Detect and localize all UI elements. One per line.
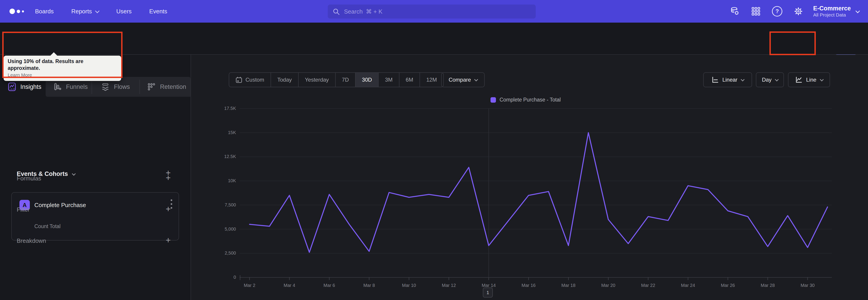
x-tick-label: Mar 12: [433, 283, 465, 288]
settings-gear-icon[interactable]: [788, 0, 809, 23]
chevron-down-icon: [474, 78, 478, 81]
mixpanel-logo-icon[interactable]: [9, 0, 24, 23]
chevron-down-icon: [820, 78, 824, 81]
date-range-control: CustomTodayYesterday7D30D3M6M12M: [229, 72, 444, 87]
x-tick-label: Mar 30: [792, 283, 824, 288]
tab-label: Retention: [160, 83, 186, 90]
range-6m[interactable]: 6M: [399, 73, 420, 87]
add-filter-button[interactable]: +: [163, 204, 173, 214]
retention-icon: [147, 83, 156, 91]
query-sidebar: Insights Funnels Flows Retention Events …: [0, 55, 191, 300]
range-label: Custom: [246, 77, 264, 83]
nav-item-label: Boards: [35, 8, 54, 15]
range-label: 6M: [406, 77, 413, 83]
range-label: 30D: [362, 77, 372, 83]
insights-icon: [8, 83, 16, 91]
tab-label: Insights: [20, 83, 41, 90]
compare-button[interactable]: Compare: [441, 72, 485, 87]
chevron-down-icon: [856, 9, 860, 13]
x-tick-label: Mar 20: [592, 283, 624, 288]
tab-label: Funnels: [66, 83, 88, 90]
range-12m[interactable]: 12M: [420, 73, 443, 87]
y-tick-label: 10K: [199, 178, 236, 183]
x-tick-label: Mar 6: [313, 283, 345, 288]
y-tick-label: 7,500: [199, 202, 236, 208]
search-box: [328, 4, 536, 19]
section-filter: Filter +: [0, 203, 191, 217]
tab-label: Flows: [114, 83, 130, 90]
scale-selector[interactable]: Linear: [703, 72, 752, 87]
granularity-selector[interactable]: Day: [756, 72, 784, 87]
event-metric[interactable]: Count Total: [34, 223, 61, 230]
flows-icon: [101, 83, 110, 91]
tooltip-learn-more-link[interactable]: Learn More: [8, 72, 32, 78]
x-tick-label: Mar 2: [234, 283, 266, 288]
linear-axis-icon: [712, 76, 719, 83]
data-management-icon[interactable]: [724, 0, 745, 23]
section-label: Breakdown: [17, 237, 46, 244]
chart-legend[interactable]: Complete Purchase - Total: [491, 97, 561, 103]
help-glyph: ?: [776, 8, 779, 14]
nav-item-users[interactable]: Users: [116, 8, 131, 15]
chevron-down-icon: [775, 78, 779, 81]
x-tick-label: Mar 26: [712, 283, 744, 288]
x-tick-label: Mar 8: [353, 283, 385, 288]
series-complete-purchase-total[interactable]: [250, 133, 828, 252]
nav-item-events[interactable]: Events: [149, 8, 167, 15]
y-tick-label: 15K: [199, 130, 236, 135]
nav-right: ? E-Commerce All Project Data: [724, 0, 868, 23]
section-label: Filter: [17, 206, 30, 213]
project-switcher[interactable]: E-Commerce All Project Data: [813, 5, 859, 18]
range-30d[interactable]: 30D: [355, 73, 379, 87]
apps-grid-icon[interactable]: [745, 0, 767, 23]
primary-nav: Boards Reports Users Events: [35, 0, 167, 23]
report-toolbar: Untitled Sampled + Add description... Sa…: [0, 23, 868, 55]
range-today[interactable]: Today: [271, 73, 299, 87]
project-scope: All Project Data: [813, 12, 851, 18]
chart-type-label: Line: [806, 77, 816, 83]
range-custom[interactable]: Custom: [229, 73, 271, 87]
top-nav: Boards Reports Users Events ? E-Commerce: [0, 0, 868, 23]
search-icon: [333, 8, 340, 16]
tooltip-arrow: [50, 52, 57, 56]
nav-item-label: Reports: [71, 8, 92, 15]
x-tick-label: Mar 22: [632, 283, 664, 288]
line-chart-icon: [795, 76, 802, 83]
range-3m[interactable]: 3M: [379, 73, 399, 87]
calendar-icon: [236, 77, 242, 83]
line-chart-plot[interactable]: Mar 2Mar 4Mar 6Mar 8Mar 10Mar 12Mar 14Ma…: [240, 103, 832, 297]
pagination-page-1[interactable]: 1: [483, 288, 493, 298]
help-icon[interactable]: ?: [767, 0, 788, 23]
x-tick-label: Mar 4: [274, 283, 305, 288]
app-root: { "nav": { "items": [ {"label": "Boards"…: [0, 0, 868, 300]
nav-item-reports[interactable]: Reports: [71, 8, 98, 15]
granularity-label: Day: [762, 77, 772, 83]
y-axis-labels: 02,5005,0007,50010K12.5K15K17.5K: [199, 103, 236, 288]
x-tick-label: Mar 14: [473, 283, 504, 288]
section-label: Formulas: [17, 175, 41, 182]
nav-item-boards[interactable]: Boards: [35, 8, 54, 15]
search-input[interactable]: [328, 4, 536, 19]
sampling-tooltip: Using 10% of data. Results are approxima…: [4, 56, 121, 81]
y-tick-label: 0: [199, 275, 236, 280]
range-yesterday[interactable]: Yesterday: [299, 73, 336, 87]
add-formula-button[interactable]: +: [163, 173, 173, 183]
tooltip-message: Using 10% of data. Results are approxima…: [8, 58, 117, 71]
chevron-down-icon: [741, 78, 745, 81]
chart-type-selector[interactable]: Line: [788, 72, 830, 87]
x-tick-label: Mar 24: [672, 283, 704, 288]
scale-label: Linear: [722, 77, 738, 83]
y-tick-label: 17.5K: [199, 106, 236, 111]
range-label: Yesterday: [305, 77, 329, 83]
range-7d[interactable]: 7D: [336, 73, 356, 87]
nav-item-label: Events: [149, 8, 167, 15]
add-breakdown-button[interactable]: +: [163, 235, 173, 245]
x-tick-label: Mar 16: [513, 283, 544, 288]
range-label: Today: [277, 77, 292, 83]
legend-label: Complete Purchase - Total: [500, 97, 561, 103]
range-label: 3M: [385, 77, 393, 83]
section-breakdown: Breakdown +: [0, 234, 191, 248]
nav-item-label: Users: [116, 8, 131, 15]
range-label: 7D: [342, 77, 349, 83]
tab-retention[interactable]: Retention: [147, 77, 186, 97]
